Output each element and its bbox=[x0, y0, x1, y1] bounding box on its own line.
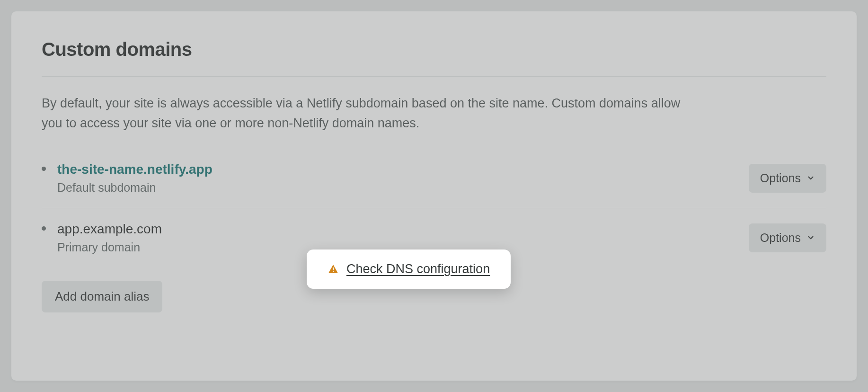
svg-rect-0 bbox=[333, 267, 334, 270]
domain-name-link[interactable]: app.example.com bbox=[57, 222, 256, 237]
domain-info: the-site-name.netlify.app Default subdom… bbox=[57, 162, 256, 195]
chevron-down-icon bbox=[806, 233, 815, 242]
options-button-label: Options bbox=[760, 171, 801, 185]
check-dns-configuration-button[interactable]: Check DNS configuration bbox=[307, 249, 511, 289]
bullet-icon bbox=[42, 167, 46, 171]
domain-name-link[interactable]: the-site-name.netlify.app bbox=[57, 162, 256, 177]
domain-info: app.example.com Primary domain bbox=[57, 222, 256, 254]
section-description: By default, your site is always accessib… bbox=[42, 94, 704, 134]
add-domain-alias-button[interactable]: Add domain alias bbox=[42, 281, 162, 312]
row-spacer bbox=[256, 223, 749, 252]
custom-domains-card: Custom domains By default, your site is … bbox=[11, 11, 857, 381]
options-button[interactable]: Options bbox=[749, 223, 826, 252]
warning-triangle-icon bbox=[328, 264, 339, 275]
bullet-icon bbox=[42, 226, 46, 231]
options-button-label: Options bbox=[760, 231, 801, 245]
check-dns-configuration-label: Check DNS configuration bbox=[346, 262, 490, 276]
chevron-down-icon bbox=[806, 174, 815, 182]
domain-subtitle: Default subdomain bbox=[57, 181, 256, 195]
section-title: Custom domains bbox=[42, 39, 826, 77]
svg-rect-1 bbox=[333, 271, 334, 272]
domain-subtitle: Primary domain bbox=[57, 241, 256, 254]
domain-row: the-site-name.netlify.app Default subdom… bbox=[42, 162, 826, 208]
options-button[interactable]: Options bbox=[749, 164, 826, 193]
callout-spacer bbox=[398, 223, 606, 252]
